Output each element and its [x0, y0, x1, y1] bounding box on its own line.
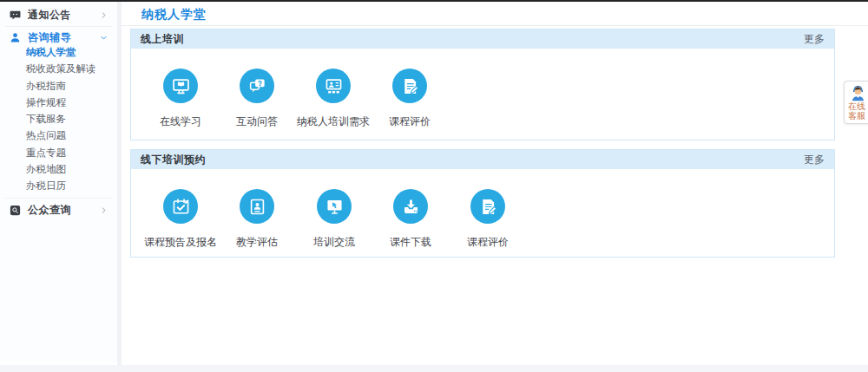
- sidebar: 通知公告 咨询辅导 纳税人学堂 税收政策及解读 办税指南 操作规程 下载服务 热…: [0, 2, 117, 362]
- taxpayer-school-page: 通知公告 咨询辅导 纳税人学堂 税收政策及解读 办税指南 操作规程 下载服务 热…: [0, 0, 868, 372]
- chat-question-icon: [240, 69, 274, 103]
- bottom-border: [0, 365, 868, 372]
- sidebar-subitem-tax-policy[interactable]: 税收政策及解读: [0, 61, 117, 77]
- sidebar-subitem-tax-guide[interactable]: 办税指南: [0, 78, 117, 95]
- shortcut-label: 课程评价: [440, 235, 536, 250]
- announcement-icon: [9, 9, 22, 22]
- sidebar-item-label: 公众查询: [28, 203, 71, 218]
- more-link[interactable]: 更多: [804, 32, 825, 47]
- chevron-right-icon: [100, 11, 108, 19]
- calendar-check-icon: [163, 189, 198, 224]
- id-card-icon: [240, 189, 274, 224]
- sidebar-item-public-query[interactable]: 公众查询: [0, 199, 117, 221]
- service-widget-label-line1: 在线: [848, 101, 865, 111]
- chevron-down-icon: [100, 34, 108, 42]
- monitor-cursor-icon: [317, 189, 352, 224]
- sidebar-subitem-key-topics[interactable]: 重点专题: [0, 145, 117, 161]
- sidebar-submenu: 纳税人学堂 税收政策及解读 办税指南 操作规程 下载服务 热点问题 重点专题 办…: [0, 44, 117, 195]
- online-training-header: 线上培训 更多: [131, 29, 834, 49]
- sidebar-subitem-tax-calendar[interactable]: 办税日历: [0, 178, 117, 194]
- section-title: 线上培训: [141, 32, 184, 47]
- presentation-icon: [316, 69, 351, 103]
- offline-training-header: 线下培训预约 更多: [131, 150, 834, 169]
- title-divider: [122, 25, 868, 26]
- search-icon: [9, 204, 22, 217]
- sidebar-subitem-downloads[interactable]: 下载服务: [0, 111, 117, 127]
- sidebar-subitem-taxpayer-school[interactable]: 纳税人学堂: [0, 44, 117, 61]
- doc-pencil-icon: [392, 69, 427, 103]
- shortcut-course-review-offline[interactable]: 课程评价: [440, 189, 536, 250]
- sidebar-subitem-procedures[interactable]: 操作规程: [0, 95, 117, 111]
- offline-training-panel: 线下培训预约 更多 课程预告及报名 教学评估: [130, 149, 835, 258]
- sidebar-subitem-hot-issues[interactable]: 热点问题: [0, 127, 117, 144]
- customer-service-avatar-icon: [850, 84, 866, 101]
- main-content: 纳税人学堂 线上培训 更多 在线学习 互动问答: [122, 2, 868, 365]
- page-title: 纳税人学堂: [141, 7, 207, 23]
- shortcut-course-review[interactable]: 课程评价: [362, 69, 457, 129]
- chevron-right-icon: [100, 206, 108, 214]
- online-training-panel: 线上培训 更多 在线学习 互动问答: [130, 29, 835, 140]
- doc-pencil-icon: [470, 189, 505, 224]
- download-tray-icon: [393, 189, 428, 224]
- section-title: 线下培训预约: [141, 153, 206, 167]
- person-icon: [9, 31, 22, 44]
- sidebar-subitem-tax-map[interactable]: 办税地图: [0, 161, 117, 178]
- shortcut-label: 课程评价: [362, 114, 457, 129]
- service-widget-label-line2: 客服: [848, 111, 865, 121]
- more-link[interactable]: 更多: [804, 153, 825, 167]
- monitor-book-icon: [163, 69, 198, 103]
- sidebar-item-notice[interactable]: 通知公告: [0, 3, 117, 26]
- online-service-widget[interactable]: 在线 客服: [844, 81, 868, 124]
- sidebar-item-label: 咨询辅导: [28, 30, 71, 45]
- sidebar-item-label: 通知公告: [28, 8, 71, 23]
